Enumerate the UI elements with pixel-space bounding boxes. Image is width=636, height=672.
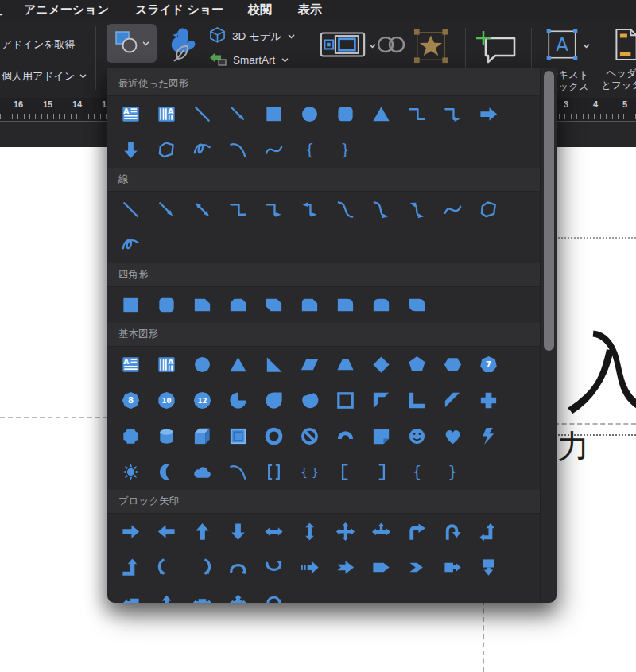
shape-curved-down-arrow[interactable] <box>256 550 292 585</box>
shape-arc[interactable] <box>220 132 256 168</box>
shape-right-arrow-callout[interactable] <box>435 550 471 585</box>
shape-hexagon[interactable] <box>435 347 471 383</box>
shape-trapezoid[interactable] <box>328 347 363 383</box>
shape-right-brace[interactable]: } <box>328 132 363 168</box>
insert-media-button[interactable] <box>320 29 376 63</box>
shape-left-brace[interactable]: { <box>292 132 328 168</box>
shape-cube[interactable] <box>184 418 220 454</box>
shape-up-arrow-callout[interactable] <box>149 585 184 603</box>
shape-plaque[interactable] <box>113 418 149 454</box>
shape-pie[interactable] <box>220 383 256 418</box>
shape-donut[interactable] <box>256 418 292 454</box>
shape-elbow-arrow-connector[interactable] <box>256 192 292 227</box>
shape-double-brace[interactable]: { } <box>292 454 328 490</box>
shape-arrow-right[interactable] <box>113 514 149 550</box>
insert-link-button[interactable] <box>374 33 409 59</box>
shape-elbow-connector[interactable] <box>220 192 256 227</box>
shape-text-box[interactable]: A <box>113 96 149 132</box>
menu-item[interactable]: 表示 <box>298 2 322 17</box>
shape-bent-arrow[interactable] <box>399 514 435 550</box>
shape-isosceles-triangle[interactable] <box>363 96 399 132</box>
shape-scribble[interactable] <box>113 227 149 263</box>
shape-left-right-up-arrow[interactable] <box>363 514 399 550</box>
shape-double-bracket[interactable] <box>256 454 292 490</box>
shape-curved-right-arrow[interactable] <box>149 550 184 585</box>
shape-curve[interactable] <box>435 192 471 227</box>
shape-text-box[interactable]: A <box>113 347 149 383</box>
shape-right-brace[interactable]: } <box>435 454 471 490</box>
scrollbar-track[interactable] <box>540 68 556 603</box>
shape-chevron-arrow[interactable] <box>399 550 435 585</box>
shape-double-arrow[interactable] <box>184 192 220 227</box>
shape-frame[interactable] <box>328 383 363 418</box>
shape-snip-and-round-single-corner-rectangle[interactable] <box>292 287 328 323</box>
shape-round-diagonal-corner-rectangle[interactable] <box>399 287 435 323</box>
shape-quad-arrow-callout[interactable] <box>220 585 256 603</box>
shape-curved-connector[interactable] <box>328 192 363 227</box>
shape-heart[interactable] <box>435 418 471 454</box>
shape-quad-arrow[interactable] <box>328 514 363 550</box>
insert-shape-button[interactable] <box>107 24 157 63</box>
shape-block-arc[interactable] <box>328 418 363 454</box>
shape-curved-arrow-connector[interactable] <box>363 192 399 227</box>
shape-elbow-arrow-connector[interactable] <box>435 96 471 132</box>
shape-vertical-text-box[interactable]: A <box>149 347 184 383</box>
shape-elbow-connector[interactable] <box>399 96 435 132</box>
shape-arrow-up-down[interactable] <box>292 514 328 550</box>
shape-rounded-rectangle[interactable] <box>328 96 363 132</box>
shape-parallelogram[interactable] <box>292 347 328 383</box>
shape-rounded-rectangle[interactable] <box>149 287 184 323</box>
shape-u-turn-arrow[interactable] <box>435 514 471 550</box>
shape-left-bracket[interactable] <box>328 454 363 490</box>
shape-heptagon[interactable]: 7 <box>471 347 506 383</box>
personal-addins-button[interactable]: 個人用アドイン <box>2 69 87 84</box>
shape-left-arrow-callout[interactable] <box>113 585 149 603</box>
shape-diagonal-stripe[interactable] <box>435 383 471 418</box>
shape-freeform[interactable] <box>471 192 506 227</box>
shape-curved-double-arrow-connector[interactable] <box>399 192 435 227</box>
shape-vertical-text-box[interactable]: A <box>149 96 184 132</box>
3d-model-button[interactable]: 3D モデル <box>209 26 295 46</box>
shape-down-arrow-callout[interactable] <box>471 550 506 585</box>
shape-lightning-bolt[interactable] <box>471 418 506 454</box>
insert-icons-button[interactable] <box>162 24 205 65</box>
menu-item[interactable]: 校閲 <box>248 2 272 17</box>
new-comment-button[interactable] <box>475 29 519 68</box>
get-addins-button[interactable]: アドインを取得 <box>2 37 76 52</box>
shape-smiley-face[interactable] <box>399 418 435 454</box>
shape-moon[interactable] <box>149 454 184 490</box>
shape-freeform[interactable] <box>149 132 184 168</box>
shape-arrow-down[interactable] <box>220 514 256 550</box>
menu-item-clipped[interactable]: 画面切り替え <box>0 2 4 17</box>
shape-curve[interactable] <box>256 132 292 168</box>
shape-arrow-up[interactable] <box>184 514 220 550</box>
shape-snip-diagonal-corner-rectangle[interactable] <box>256 287 292 323</box>
shape-arrow-left-right[interactable] <box>256 514 292 550</box>
shape-scribble[interactable] <box>184 132 220 168</box>
shape-striped-right-arrow[interactable] <box>292 550 328 585</box>
shape-left-up-arrow[interactable] <box>471 514 506 550</box>
shape-arrow-down[interactable] <box>113 132 149 168</box>
shape-teardrop[interactable] <box>256 383 292 418</box>
shape-bevel[interactable] <box>220 418 256 454</box>
shape-folded-corner[interactable] <box>363 418 399 454</box>
shape-chord[interactable] <box>292 383 328 418</box>
shape-arc[interactable] <box>220 454 256 490</box>
shape-pentagon-arrow[interactable] <box>363 550 399 585</box>
shape-right-triangle[interactable] <box>256 347 292 383</box>
shape-left-right-arrow-callout[interactable] <box>184 585 220 603</box>
shape-notched-right-arrow[interactable] <box>328 550 363 585</box>
menu-item[interactable]: スライド ショー <box>135 2 223 17</box>
menu-item[interactable]: アニメーション <box>24 2 109 17</box>
shape-isosceles-triangle[interactable] <box>220 347 256 383</box>
shape-rectangle[interactable] <box>256 96 292 132</box>
shape-line[interactable] <box>113 192 149 227</box>
shape-elbow-double-arrow-connector[interactable] <box>292 192 328 227</box>
shape-decagon[interactable]: 10 <box>149 383 184 418</box>
shape-octagon[interactable]: 8 <box>113 383 149 418</box>
shape-half-frame[interactable] <box>363 383 399 418</box>
scrollbar-thumb[interactable] <box>544 71 554 351</box>
shape-arrow-left[interactable] <box>149 514 184 550</box>
shape-oval[interactable] <box>292 96 328 132</box>
shape-snip-single-corner-rectangle[interactable] <box>184 287 220 323</box>
